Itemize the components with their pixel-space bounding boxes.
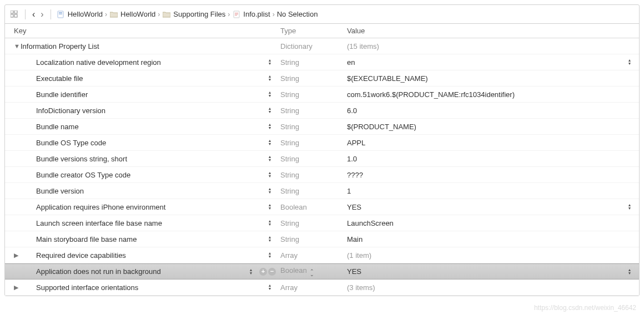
type-cell[interactable]: String — [280, 139, 347, 147]
plist-row[interactable]: Application requires iPhone environmentB… — [5, 199, 639, 215]
type-label: String — [280, 139, 299, 147]
plist-row[interactable]: Bundle versions string, shortString1.0 — [5, 151, 639, 167]
type-cell[interactable]: String — [280, 74, 347, 83]
related-items-icon[interactable] — [9, 9, 19, 19]
key-label: InfoDictionary version — [36, 106, 105, 115]
breadcrumb-item[interactable]: Info.plist — [232, 10, 270, 19]
value-cell[interactable]: 1.0 — [347, 155, 632, 163]
type-label: Array — [280, 283, 298, 292]
breadcrumb-label: HelloWorld — [68, 10, 103, 18]
breadcrumb-item[interactable]: Supporting Files — [162, 10, 225, 19]
type-cell[interactable]: String — [280, 155, 347, 163]
plist-row[interactable]: Bundle nameString$(PRODUCT_NAME) — [5, 119, 639, 135]
key-popup-stepper[interactable] — [267, 106, 273, 115]
key-popup-stepper[interactable] — [267, 58, 273, 67]
key-popup-stepper[interactable] — [267, 122, 273, 131]
plist-row[interactable]: Bundle OS Type codeStringAPPL — [5, 135, 639, 151]
key-popup-stepper[interactable] — [267, 251, 273, 260]
disclosure-triangle-open-icon[interactable]: ▼ — [14, 43, 21, 49]
key-popup-stepper[interactable] — [267, 186, 273, 195]
value-cell[interactable]: YES — [347, 267, 632, 276]
value-cell[interactable]: Main — [347, 235, 632, 243]
key-popup-stepper[interactable] — [248, 267, 254, 276]
plist-row[interactable]: InfoDictionary versionString6.0 — [5, 103, 639, 119]
value-label: en — [347, 58, 355, 67]
plist-row[interactable]: Application does not run in background+−… — [5, 263, 639, 280]
type-cell[interactable]: Array — [280, 283, 347, 292]
value-label: LaunchScreen — [347, 219, 394, 227]
plist-row[interactable]: Executable fileString$(EXECUTABLE_NAME) — [5, 70, 639, 87]
key-popup-stepper[interactable] — [267, 202, 273, 211]
type-cell[interactable]: String — [280, 90, 347, 99]
plist-row[interactable]: Bundle creator OS Type codeString???? — [5, 167, 639, 183]
add-row-button[interactable]: + — [259, 268, 267, 276]
header-value[interactable]: Value — [347, 27, 632, 35]
breadcrumb-item[interactable]: No Selection — [277, 10, 318, 18]
value-cell[interactable]: ???? — [347, 171, 632, 179]
value-popup-stepper[interactable] — [627, 58, 632, 67]
chevron-right-icon: › — [273, 11, 275, 18]
value-cell[interactable]: en — [347, 58, 632, 67]
type-cell[interactable]: String — [280, 106, 347, 115]
key-label: Application does not run in background — [36, 267, 161, 276]
plist-row[interactable]: Localization native development regionSt… — [5, 54, 639, 70]
key-popup-stepper[interactable] — [267, 283, 273, 292]
plist-row[interactable]: ▶Supported interface orientationsArray(3… — [5, 280, 639, 296]
type-cell[interactable]: String — [280, 187, 347, 195]
plist-row[interactable]: Main storyboard file base nameStringMain — [5, 231, 639, 247]
breadcrumb-label: Supporting Files — [173, 10, 225, 18]
type-cell[interactable]: Array — [280, 251, 347, 260]
value-cell[interactable]: YES — [347, 202, 632, 211]
value-popup-stepper[interactable] — [627, 202, 632, 211]
type-cell[interactable]: String — [280, 219, 347, 227]
value-cell[interactable]: 6.0 — [347, 106, 632, 115]
value-label: $(EXECUTABLE_NAME) — [347, 74, 428, 83]
plist-root-row[interactable]: ▼ Information Property List Dictionary (… — [5, 38, 639, 54]
value-cell[interactable]: $(PRODUCT_NAME) — [347, 123, 632, 131]
key-popup-stepper[interactable] — [267, 74, 273, 83]
key-label: Bundle versions string, short — [36, 155, 127, 163]
key-popup-stepper[interactable] — [267, 219, 273, 227]
value-cell[interactable]: 1 — [347, 187, 632, 195]
key-popup-stepper[interactable] — [267, 90, 273, 99]
value-cell[interactable]: APPL — [347, 139, 632, 147]
header-key[interactable]: Key — [14, 27, 280, 35]
type-cell[interactable]: Boolean — [280, 203, 347, 211]
type-cell[interactable]: String — [280, 58, 347, 67]
type-cell[interactable]: Boolean⌃⌄ — [280, 266, 347, 277]
separator — [51, 9, 51, 19]
key-popup-stepper[interactable] — [267, 170, 273, 179]
key-popup-stepper[interactable] — [267, 138, 273, 147]
breadcrumb-item[interactable]: HelloWorld — [109, 10, 155, 19]
value-label: Main — [347, 235, 363, 243]
value-cell[interactable]: (1 item) — [347, 251, 632, 260]
type-label: String — [280, 187, 299, 195]
project-icon — [57, 10, 66, 19]
type-cell[interactable]: String — [280, 123, 347, 131]
header-type[interactable]: Type — [280, 27, 347, 35]
value-popup-stepper[interactable] — [627, 267, 632, 276]
value-cell[interactable]: $(EXECUTABLE_NAME) — [347, 74, 632, 83]
key-popup-stepper[interactable] — [267, 154, 273, 163]
disclosure-triangle-closed-icon[interactable]: ▶ — [14, 252, 21, 259]
key-popup-stepper[interactable] — [267, 235, 273, 243]
breadcrumb-item[interactable]: HelloWorld — [57, 10, 103, 19]
value-label: (1 item) — [347, 251, 371, 260]
type-popup-stepper[interactable]: ⌃⌄ — [309, 268, 315, 277]
type-label: String — [280, 171, 299, 179]
plist-row[interactable]: Launch screen interface file base nameSt… — [5, 215, 639, 231]
type-label: String — [280, 58, 299, 67]
remove-row-button[interactable]: − — [268, 268, 276, 276]
value-label: 1.0 — [347, 155, 357, 163]
plist-row[interactable]: Bundle versionString1 — [5, 183, 639, 199]
value-cell[interactable]: (3 items) — [347, 283, 632, 292]
type-cell[interactable]: String — [280, 171, 347, 179]
disclosure-triangle-closed-icon[interactable]: ▶ — [14, 284, 21, 291]
plist-row[interactable]: Bundle identifierStringcom.51work6.$(PRO… — [5, 87, 639, 103]
plist-row[interactable]: ▶Required device capabilitiesArray(1 ite… — [5, 247, 639, 263]
value-cell[interactable]: LaunchScreen — [347, 219, 632, 227]
value-cell[interactable]: com.51work6.$(PRODUCT_NAME:rfc1034identi… — [347, 90, 632, 99]
nav-back-button[interactable]: ‹ — [31, 9, 36, 19]
plist-editor: ‹ › HelloWorld › HelloWorld › — [4, 4, 640, 296]
type-cell[interactable]: String — [280, 235, 347, 243]
